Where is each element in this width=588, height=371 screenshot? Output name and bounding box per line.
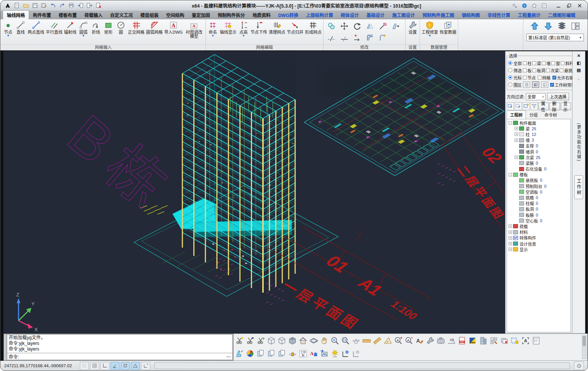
orbit-view-icon[interactable]: [308, 335, 319, 346]
dwg-export-model-icon[interactable]: [308, 348, 319, 359]
toolbar-scrollbar[interactable]: [582, 335, 586, 359]
view-wire-cube-icon[interactable]: [266, 335, 277, 346]
expand-icon[interactable]: +: [509, 248, 512, 251]
tab-foundation-design[interactable]: 基础设计: [363, 11, 389, 19]
notes-icon[interactable]: [540, 2, 548, 9]
minimize-button[interactable]: [554, 2, 563, 9]
tab-command-tree[interactable]: 命令树: [541, 111, 560, 119]
wall-bend-icon[interactable]: [234, 348, 245, 359]
measure-distance-icon[interactable]: [361, 335, 372, 346]
tab-precast-split[interactable]: 预制构件拆分: [214, 11, 249, 19]
crossing-mode-button[interactable]: [532, 81, 539, 88]
import-icon[interactable]: [76, 2, 84, 9]
tree-item[interactable]: 挑檐 0: [515, 195, 571, 200]
tab-quantity-statistics[interactable]: 工程量统计: [514, 11, 544, 19]
dropdown-arrow-icon[interactable]: ▼: [211, 34, 214, 37]
copy-document3-icon[interactable]: [277, 348, 287, 359]
save-icon[interactable]: [31, 2, 39, 9]
tree-item[interactable]: 板腋 0: [515, 212, 571, 218]
undo-icon[interactable]: [49, 2, 57, 9]
node-checkbox[interactable]: 节点: [523, 75, 536, 81]
cut-edit-icon[interactable]: [255, 335, 266, 346]
mirror-icon[interactable]: [364, 20, 376, 32]
close-panel-icon[interactable]: ✕: [576, 53, 582, 59]
copy-icon[interactable]: [325, 20, 338, 32]
properties-button[interactable]: 属性: [538, 103, 549, 110]
line-button[interactable]: 直线 ▼: [14, 20, 27, 44]
chevron-right-icon[interactable]: ›: [578, 77, 579, 81]
tab-masonry-design[interactable]: 砌体设计: [337, 11, 363, 19]
expand-icon[interactable]: +: [515, 156, 518, 159]
lock-plane-icon[interactable]: [287, 348, 298, 359]
break-icon[interactable]: [325, 32, 338, 44]
node-merge-button[interactable]: 节点归并 ▼: [286, 20, 304, 44]
text-style-icon[interactable]: [414, 335, 425, 346]
tree-item[interactable]: 空调板 0: [515, 189, 571, 195]
tree-item[interactable]: + 荷载: [509, 223, 571, 229]
tree-item[interactable]: 梁腋 0: [515, 160, 571, 166]
expand-icon[interactable]: +: [515, 132, 518, 136]
expand-icon[interactable]: +: [509, 242, 512, 245]
expand-icon[interactable]: +: [509, 236, 512, 240]
polyline-button[interactable]: 折线 ▼: [90, 20, 102, 44]
radio-region[interactable]: [508, 83, 512, 87]
tree-item[interactable]: - 构件截面: [509, 120, 571, 126]
worktree-side-tab[interactable]: 工作树: [574, 175, 583, 199]
filter-checkbox[interactable]: 板: [523, 67, 532, 73]
expand-icon[interactable]: +: [509, 231, 512, 234]
rotate-icon[interactable]: [351, 20, 364, 32]
expand-icon[interactable]: -: [509, 121, 512, 125]
open-file-icon[interactable]: [22, 2, 30, 9]
export-icon[interactable]: [85, 2, 93, 9]
tab-nonlinear-calc[interactable]: 非线性计算: [484, 11, 514, 19]
tree-item[interactable]: + 材料: [509, 229, 571, 235]
tab-appraisal-strengthen[interactable]: 鉴定加固: [188, 11, 214, 19]
parallel-line-button[interactable]: 平行直线 ▼: [45, 20, 63, 44]
split-view-button[interactable]: [570, 20, 581, 32]
dropdown-arrow-icon[interactable]: ▼: [7, 34, 10, 37]
favorites-icon[interactable]: [530, 2, 538, 9]
form-grid-button[interactable]: 形成网点 ▼: [304, 20, 322, 44]
zoom-window-icon[interactable]: [340, 335, 351, 346]
select-new-button[interactable]: [523, 102, 530, 110]
erase-icon[interactable]: [376, 20, 389, 32]
filter-checkbox[interactable]: 柱: [523, 60, 532, 66]
node-button[interactable]: 节点 ▼: [2, 20, 14, 44]
radio-all[interactable]: [508, 61, 512, 65]
command-list-icon[interactable]: [531, 335, 541, 346]
text-frame-icon[interactable]: [520, 335, 531, 346]
restore-button[interactable]: [564, 2, 574, 9]
object-snap-toggle[interactable]: [121, 362, 130, 370]
arc-button[interactable]: 圆弧 ▼: [77, 20, 90, 44]
angle-annotation-icon[interactable]: [446, 335, 457, 346]
expand-icon[interactable]: +: [515, 139, 518, 142]
tree-item[interactable]: - 楼板: [509, 172, 571, 178]
measure-angle-icon[interactable]: [383, 335, 393, 346]
new-file-icon[interactable]: [12, 2, 21, 9]
trim-icon[interactable]: [338, 32, 351, 44]
axis-display-button[interactable]: 轴线显示 ▼: [219, 20, 237, 44]
tab-steel-drawing[interactable]: 钢结构图: [458, 11, 484, 19]
tree-item[interactable]: 悬挑板 0: [515, 178, 571, 183]
filter-funnel-button[interactable]: [530, 102, 538, 110]
select-window-button[interactable]: [507, 102, 514, 110]
filter-checkbox[interactable]: 次梁: [546, 67, 559, 73]
last-selection-button[interactable]: 上次选择: [547, 93, 569, 100]
text-zoom-out-icon[interactable]: [404, 335, 414, 346]
home-view-icon[interactable]: [298, 335, 308, 346]
move-icon[interactable]: [338, 20, 351, 32]
grid-name-button[interactable]: 命名 ▼: [207, 20, 219, 44]
tab-superstructure-calc[interactable]: 上部结构计算: [302, 11, 337, 19]
dock-panel-icon[interactable]: ◧: [576, 60, 582, 66]
grid-checkbox[interactable]: 网格: [538, 75, 551, 81]
window-mode-button[interactable]: [523, 81, 530, 88]
measure-ruler-icon[interactable]: [372, 335, 383, 346]
zoom-extents-icon[interactable]: [330, 335, 340, 346]
redo-icon[interactable]: [58, 2, 66, 9]
tab-custom-case[interactable]: 自定义工况: [106, 11, 137, 19]
tree-item[interactable]: + 次梁 25: [515, 154, 571, 160]
filter-checkbox[interactable]: 窗: [551, 60, 560, 66]
two-point-line-button[interactable]: 两点直线 ▼: [27, 20, 45, 44]
tree-item[interactable]: + 梁 25: [515, 126, 571, 131]
print-icon[interactable]: [67, 2, 75, 9]
